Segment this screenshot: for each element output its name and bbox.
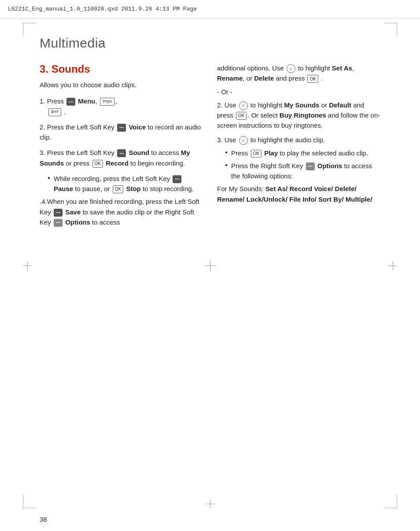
step-3-bullets: While recording, press the Left Soft Key… bbox=[40, 173, 203, 194]
header-bar: LG221C_Eng_manual_1.0_110928.qxd 2011.9.… bbox=[0, 0, 420, 18]
section-title: 3. Sounds bbox=[40, 63, 203, 75]
ok-icon-top: OK bbox=[307, 75, 318, 83]
play-label: Play bbox=[264, 149, 278, 157]
step-3: 3. Press the Left Soft Key — Sound to ac… bbox=[40, 148, 203, 168]
save-softkey-icon: — bbox=[54, 209, 63, 217]
ok-play-icon: OK bbox=[251, 150, 262, 158]
or-divider: - Or - bbox=[217, 88, 380, 96]
right-step-2: 2. Use ○ to highlight My Sounds or Defau… bbox=[217, 100, 380, 131]
step-2-text: 2. Press the Left Soft Key bbox=[40, 123, 116, 131]
save-label: Save bbox=[65, 208, 81, 216]
left-softkey-2-icon: — bbox=[117, 124, 126, 132]
page-title: Multimedia bbox=[40, 36, 380, 51]
for-my-sounds-text: For My Sounds: Set As/ Record Voice/ Del… bbox=[217, 184, 380, 204]
delete-label: Delete bbox=[254, 74, 274, 82]
right-column: additional options. Use ○ to highlight S… bbox=[217, 63, 380, 502]
step-1-period: . bbox=[64, 108, 66, 115]
corner-mark-tl bbox=[23, 23, 36, 36]
bullet-options: Press the Right Soft Key — Options to ac… bbox=[225, 161, 380, 181]
page-content: Multimedia 3. Sounds Allows you to choos… bbox=[40, 29, 380, 502]
step-3-access: to access bbox=[151, 149, 181, 156]
nav-icon-top: ○ bbox=[287, 64, 295, 73]
buy-ringtones-label: Buy Ringtones bbox=[280, 111, 326, 119]
right-top-text: additional options. Use ○ to highlight S… bbox=[217, 63, 380, 84]
my-sounds-options: Set As/ Record Voice/ Delete/ Rename/ Lo… bbox=[217, 185, 372, 203]
default-label: Default bbox=[329, 101, 351, 109]
menu-label: Menu bbox=[78, 97, 95, 105]
left-softkey-3-icon: — bbox=[117, 149, 126, 157]
rename-label: Rename bbox=[217, 74, 243, 82]
bullet-play: Press OK Play to play the selected audio… bbox=[225, 148, 380, 158]
step-2: 2. Press the Left Soft Key — Voice to re… bbox=[40, 122, 203, 143]
options-label-right: Options bbox=[317, 162, 343, 170]
stop-label: Stop bbox=[126, 185, 140, 192]
ok-stop-icon: OK bbox=[113, 185, 123, 193]
intro-text: Allows you to choose audio clips. bbox=[40, 80, 203, 90]
key-3-icon: 3DEF bbox=[48, 108, 61, 116]
step-3-end: to begin recording. bbox=[130, 159, 185, 167]
step-4-end: to access bbox=[92, 218, 120, 226]
record-label: Record bbox=[106, 159, 129, 167]
step-3-text: 3. Press the Left Soft Key bbox=[40, 149, 116, 156]
step-3-or: or press bbox=[66, 159, 91, 167]
page-number: 38 bbox=[40, 516, 47, 523]
crosshair-left bbox=[23, 261, 32, 270]
left-column: 3. Sounds Allows you to choose audio cli… bbox=[40, 63, 203, 502]
sound-label: Sound bbox=[129, 149, 149, 156]
voice-label: Voice bbox=[129, 123, 146, 131]
header-text: LG221C_Eng_manual_1.0_110928.qxd 2011.9.… bbox=[8, 6, 197, 12]
pause-label: Pause bbox=[54, 185, 73, 192]
my-sounds-2: My Sounds bbox=[284, 101, 319, 109]
bullet-pause: While recording, press the Left Soft Key… bbox=[48, 173, 203, 194]
step-1-num: 1. Press bbox=[40, 97, 66, 105]
options-label-4: Options bbox=[65, 218, 90, 226]
step-1: 1. Press — Menu, 7PQRS, 3DEF . bbox=[40, 96, 203, 117]
nav-icon-3: ○ bbox=[239, 136, 248, 145]
right-softkey-options-icon: — bbox=[306, 162, 315, 170]
set-as-label: Set As bbox=[332, 64, 352, 72]
menu-softkey-icon: — bbox=[66, 98, 75, 106]
options-softkey-icon: — bbox=[54, 219, 63, 227]
ok-icon-2: OK bbox=[236, 112, 247, 120]
right-bullets: Press OK Play to play the selected audio… bbox=[217, 148, 380, 181]
corner-mark-br bbox=[384, 495, 397, 508]
crosshair-right bbox=[388, 261, 397, 270]
step-4: .4.When you are finished recording, pres… bbox=[40, 196, 203, 227]
pause-softkey-icon: — bbox=[173, 175, 181, 183]
corner-mark-bl bbox=[23, 495, 36, 508]
two-column-layout: 3. Sounds Allows you to choose audio cli… bbox=[40, 63, 380, 502]
right-step-3: 3. Use ○ to highlight the audio clip. bbox=[217, 135, 380, 145]
corner-mark-tr bbox=[384, 23, 397, 36]
ok-icon-3: OK bbox=[92, 160, 103, 168]
nav-icon-2: ○ bbox=[239, 101, 248, 110]
key-7-icon: 7PQRS bbox=[100, 98, 114, 106]
